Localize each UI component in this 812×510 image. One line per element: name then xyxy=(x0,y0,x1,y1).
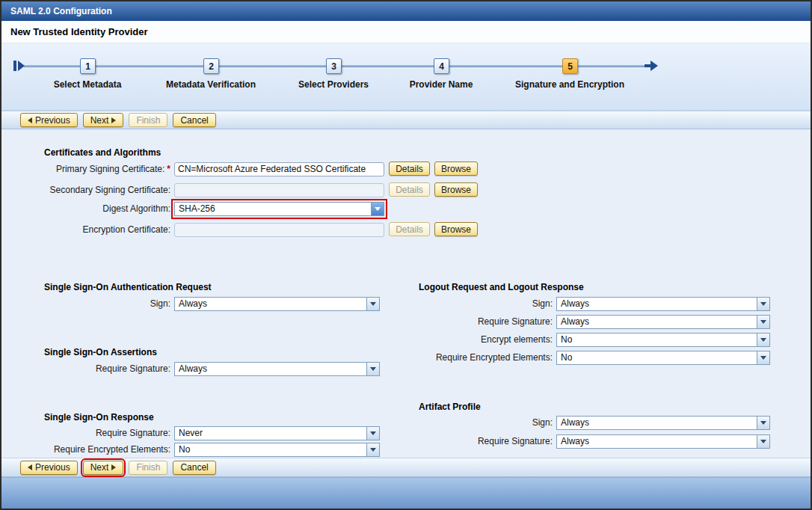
encryption-details-button: Details xyxy=(389,222,430,236)
secondary-details-button: Details xyxy=(389,182,430,197)
sso-response-require-signature-dropdown[interactable]: Never xyxy=(174,426,380,440)
cancel-label: Cancel xyxy=(180,462,208,473)
sso-auth-request-sign-value: Always xyxy=(179,298,207,309)
artifact-require-signature-label: Require Signature: xyxy=(390,434,553,449)
secondary-browse-button[interactable]: Browse xyxy=(434,182,478,197)
logout-section-title: Logout Request and Logout Response xyxy=(419,282,584,292)
signature-encryption-form: Certificates and Algorithms Primary Sign… xyxy=(1,129,811,458)
certificates-section-title: Certificates and Algorithms xyxy=(44,147,161,158)
saml-config-window: SAML 2.0 Configuration New Trusted Ident… xyxy=(0,0,812,510)
sso-response-require-signature-value: Never xyxy=(179,428,203,438)
step-4-box[interactable]: 4 xyxy=(434,58,449,74)
sso-assertions-require-signature-label: Require Signature: xyxy=(9,362,170,376)
sso-assertions-section-title: Single Sign-On Assertions xyxy=(44,347,157,357)
primary-browse-button[interactable]: Browse xyxy=(434,162,478,176)
step-5-box[interactable]: 5 xyxy=(562,58,578,74)
encryption-browse-label: Browse xyxy=(441,224,471,235)
secondary-details-label: Details xyxy=(396,185,423,195)
sso-response-require-encrypted-elements-label: Require Encrypted Elements: xyxy=(9,443,170,457)
logout-require-signature-label: Require Signature: xyxy=(390,315,553,329)
finish-label: Finish xyxy=(136,462,160,473)
encryption-details-label: Details xyxy=(396,224,423,235)
sso-assertions-require-signature-dropdown[interactable]: Always xyxy=(174,362,380,376)
step-1-box[interactable]: 1 xyxy=(80,58,96,74)
next-label: Next xyxy=(90,462,109,473)
primary-signing-certificate-input[interactable]: CN=Microsoft Azure Federated SSO Certifi… xyxy=(174,162,384,176)
step-3-box[interactable]: 3 xyxy=(326,58,342,74)
logout-require-encrypted-elements-dropdown[interactable]: No xyxy=(556,351,770,365)
primary-signing-certificate-label: Primary Signing Certificate:* xyxy=(9,162,170,176)
encryption-browse-button[interactable]: Browse xyxy=(434,222,478,236)
dropdown-arrow-icon[interactable] xyxy=(757,417,769,429)
artifact-require-signature-dropdown[interactable]: Always xyxy=(556,434,770,449)
sso-auth-request-sign-label: Sign: xyxy=(9,297,170,311)
dropdown-arrow-icon[interactable] xyxy=(757,316,769,328)
previous-icon xyxy=(28,464,32,470)
dropdown-arrow-icon[interactable] xyxy=(366,443,379,456)
logout-require-encrypted-elements-value: No xyxy=(561,352,572,363)
roadmap-start-bar xyxy=(13,61,16,71)
secondary-signing-certificate-input xyxy=(174,183,384,197)
sso-response-require-encrypted-elements-value: No xyxy=(179,444,190,455)
encryption-certificate-label-text: Encryption Certificate: xyxy=(83,224,170,235)
window-title: SAML 2.0 Configuration xyxy=(10,6,112,16)
sso-response-require-encrypted-elements-dropdown[interactable]: No xyxy=(174,443,380,457)
roadmap-end-arrow xyxy=(650,61,658,71)
sso-response-require-signature-label: Require Signature: xyxy=(9,426,170,440)
logout-encrypt-elements-dropdown[interactable]: No xyxy=(556,333,770,347)
cancel-label: Cancel xyxy=(180,115,208,126)
dropdown-arrow-icon[interactable] xyxy=(366,427,379,440)
dropdown-arrow-icon[interactable] xyxy=(757,351,769,364)
roadmap-start-icon xyxy=(13,61,25,71)
sso-auth-request-section-title: Single Sign-On Authentication Request xyxy=(44,282,212,292)
previous-button-top[interactable]: Previous xyxy=(20,113,78,127)
dropdown-arrow-icon[interactable] xyxy=(366,363,379,375)
dropdown-arrow-icon[interactable] xyxy=(366,298,379,310)
artifact-sign-dropdown[interactable]: Always xyxy=(556,416,770,430)
digest-algorithm-value: SHA-256 xyxy=(179,203,215,214)
roadmap-end-stem xyxy=(645,64,650,67)
primary-details-label: Details xyxy=(396,164,423,174)
secondary-signing-certificate-label-text: Secondary Signing Certificate: xyxy=(50,185,170,195)
dropdown-arrow-icon[interactable] xyxy=(371,203,384,215)
logout-sign-dropdown[interactable]: Always xyxy=(556,297,770,311)
dropdown-arrow-icon[interactable] xyxy=(757,298,769,310)
digest-algorithm-dropdown[interactable]: SHA-256 xyxy=(174,202,384,216)
logout-sign-value: Always xyxy=(561,298,589,309)
previous-button-bottom[interactable]: Previous xyxy=(20,461,78,475)
digest-algorithm-label-text: Digest Algorithm: xyxy=(102,203,170,214)
previous-label: Previous xyxy=(35,462,70,473)
sso-response-section-title: Single Sign-On Response xyxy=(44,412,154,423)
dropdown-arrow-icon[interactable] xyxy=(757,334,769,346)
logout-require-signature-value: Always xyxy=(561,316,589,327)
previous-label: Previous xyxy=(35,115,70,126)
next-button-top[interactable]: Next xyxy=(83,113,124,127)
logout-sign-label: Sign: xyxy=(390,297,553,311)
secondary-signing-certificate-label: Secondary Signing Certificate: xyxy=(9,183,170,197)
logout-require-encrypted-elements-label: Require Encrypted Elements: xyxy=(390,351,553,365)
window-titlebar: SAML 2.0 Configuration xyxy=(1,1,811,21)
next-button-bottom[interactable]: Next xyxy=(83,461,124,475)
wizard-toolbar-bottom: Previous Next Finish Cancel xyxy=(1,458,811,477)
artifact-profile-section-title: Artifact Profile xyxy=(419,402,481,412)
step-5-label: Signature and Encryption xyxy=(487,79,652,90)
page-title: New Trusted Identity Provider xyxy=(10,26,148,37)
finish-button-bottom: Finish xyxy=(129,461,167,475)
encryption-certificate-input[interactable] xyxy=(174,223,384,237)
next-label: Next xyxy=(90,115,109,126)
logout-encrypt-elements-label: Encrypt elements: xyxy=(390,333,553,347)
step-2-box[interactable]: 2 xyxy=(203,58,219,74)
page-heading-row: New Trusted Identity Provider xyxy=(1,21,811,43)
primary-details-button[interactable]: Details xyxy=(389,162,430,176)
sso-assertions-require-signature-value: Always xyxy=(179,363,207,374)
roadmap-start-arrow xyxy=(18,61,25,71)
artifact-sign-value: Always xyxy=(561,417,589,428)
logout-require-signature-dropdown[interactable]: Always xyxy=(556,315,770,329)
cancel-button-bottom[interactable]: Cancel xyxy=(173,461,215,475)
dropdown-arrow-icon[interactable] xyxy=(757,435,769,448)
sso-auth-request-sign-dropdown[interactable]: Always xyxy=(174,297,380,311)
secondary-browse-label: Browse xyxy=(441,185,471,195)
cancel-button-top[interactable]: Cancel xyxy=(173,113,215,127)
next-icon xyxy=(111,117,116,123)
artifact-sign-label: Sign: xyxy=(390,416,553,430)
